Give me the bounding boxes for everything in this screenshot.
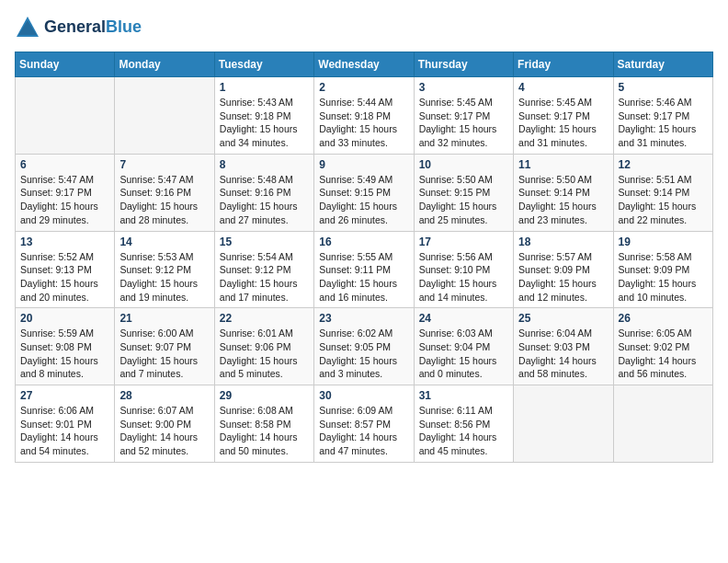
calendar-cell: 6Sunrise: 5:47 AM Sunset: 9:17 PM Daylig… bbox=[16, 154, 115, 231]
day-info: Sunrise: 5:46 AM Sunset: 9:17 PM Dayligh… bbox=[619, 96, 708, 150]
calendar-cell: 2Sunrise: 5:44 AM Sunset: 9:18 PM Daylig… bbox=[314, 77, 414, 155]
calendar-body: 1Sunrise: 5:43 AM Sunset: 9:18 PM Daylig… bbox=[16, 77, 713, 463]
day-number: 28 bbox=[119, 389, 209, 402]
calendar-cell: 11Sunrise: 5:50 AM Sunset: 9:14 PM Dayli… bbox=[514, 154, 613, 231]
day-info: Sunrise: 6:05 AM Sunset: 9:02 PM Dayligh… bbox=[619, 327, 708, 381]
page-header: GeneralBlue bbox=[15, 15, 713, 40]
day-info: Sunrise: 5:47 AM Sunset: 9:17 PM Dayligh… bbox=[20, 173, 109, 227]
day-info: Sunrise: 5:45 AM Sunset: 9:17 PM Dayligh… bbox=[518, 96, 608, 150]
day-info: Sunrise: 5:50 AM Sunset: 9:14 PM Dayligh… bbox=[518, 173, 608, 227]
calendar-cell: 16Sunrise: 5:55 AM Sunset: 9:11 PM Dayli… bbox=[314, 231, 414, 308]
day-info: Sunrise: 6:04 AM Sunset: 9:03 PM Dayligh… bbox=[518, 327, 608, 381]
calendar-week-row: 1Sunrise: 5:43 AM Sunset: 9:18 PM Daylig… bbox=[16, 77, 713, 155]
calendar-cell bbox=[115, 77, 214, 155]
weekday-header: Wednesday bbox=[314, 52, 414, 77]
day-number: 30 bbox=[319, 389, 408, 402]
calendar-cell bbox=[514, 385, 613, 463]
day-number: 14 bbox=[119, 236, 209, 248]
day-number: 4 bbox=[518, 81, 608, 94]
day-info: Sunrise: 5:59 AM Sunset: 9:08 PM Dayligh… bbox=[20, 327, 109, 381]
calendar-cell: 4Sunrise: 5:45 AM Sunset: 9:17 PM Daylig… bbox=[514, 77, 613, 155]
day-info: Sunrise: 6:01 AM Sunset: 9:06 PM Dayligh… bbox=[220, 327, 309, 381]
day-number: 11 bbox=[518, 158, 608, 171]
day-number: 25 bbox=[518, 312, 608, 325]
day-info: Sunrise: 5:48 AM Sunset: 9:16 PM Dayligh… bbox=[220, 173, 309, 227]
day-number: 8 bbox=[220, 158, 309, 171]
calendar-cell: 14Sunrise: 5:53 AM Sunset: 9:12 PM Dayli… bbox=[115, 231, 214, 308]
calendar-week-row: 27Sunrise: 6:06 AM Sunset: 9:01 PM Dayli… bbox=[16, 385, 713, 463]
day-number: 6 bbox=[20, 158, 109, 171]
calendar-week-row: 13Sunrise: 5:52 AM Sunset: 9:13 PM Dayli… bbox=[16, 231, 713, 308]
calendar-cell: 25Sunrise: 6:04 AM Sunset: 9:03 PM Dayli… bbox=[514, 308, 613, 385]
day-number: 9 bbox=[319, 158, 408, 171]
logo-text: GeneralBlue bbox=[44, 18, 142, 37]
calendar-cell: 3Sunrise: 5:45 AM Sunset: 9:17 PM Daylig… bbox=[414, 77, 513, 155]
weekday-header: Thursday bbox=[414, 52, 513, 77]
calendar-cell: 12Sunrise: 5:51 AM Sunset: 9:14 PM Dayli… bbox=[613, 154, 712, 231]
calendar-cell: 30Sunrise: 6:09 AM Sunset: 8:57 PM Dayli… bbox=[314, 385, 414, 463]
day-number: 10 bbox=[419, 158, 508, 171]
calendar-cell: 29Sunrise: 6:08 AM Sunset: 8:58 PM Dayli… bbox=[214, 385, 313, 463]
calendar-header: SundayMondayTuesdayWednesdayThursdayFrid… bbox=[16, 52, 713, 77]
calendar-cell: 13Sunrise: 5:52 AM Sunset: 9:13 PM Dayli… bbox=[16, 231, 115, 308]
day-number: 19 bbox=[619, 236, 708, 248]
day-info: Sunrise: 6:07 AM Sunset: 9:00 PM Dayligh… bbox=[119, 404, 209, 458]
logo-icon bbox=[15, 15, 40, 40]
day-number: 5 bbox=[619, 81, 708, 94]
weekday-header: Saturday bbox=[613, 52, 712, 77]
calendar-cell: 26Sunrise: 6:05 AM Sunset: 9:02 PM Dayli… bbox=[613, 308, 712, 385]
header-row: SundayMondayTuesdayWednesdayThursdayFrid… bbox=[16, 52, 713, 77]
weekday-header: Friday bbox=[514, 52, 613, 77]
calendar-cell: 9Sunrise: 5:49 AM Sunset: 9:15 PM Daylig… bbox=[314, 154, 414, 231]
calendar-cell: 27Sunrise: 6:06 AM Sunset: 9:01 PM Dayli… bbox=[16, 385, 115, 463]
calendar-cell: 28Sunrise: 6:07 AM Sunset: 9:00 PM Dayli… bbox=[115, 385, 214, 463]
calendar-cell: 8Sunrise: 5:48 AM Sunset: 9:16 PM Daylig… bbox=[214, 154, 313, 231]
day-info: Sunrise: 5:55 AM Sunset: 9:11 PM Dayligh… bbox=[319, 250, 408, 304]
calendar-week-row: 20Sunrise: 5:59 AM Sunset: 9:08 PM Dayli… bbox=[16, 308, 713, 385]
day-info: Sunrise: 5:50 AM Sunset: 9:15 PM Dayligh… bbox=[419, 173, 508, 227]
day-info: Sunrise: 5:56 AM Sunset: 9:10 PM Dayligh… bbox=[419, 250, 508, 304]
day-info: Sunrise: 5:58 AM Sunset: 9:09 PM Dayligh… bbox=[619, 250, 708, 304]
calendar-cell: 17Sunrise: 5:56 AM Sunset: 9:10 PM Dayli… bbox=[414, 231, 513, 308]
day-number: 26 bbox=[619, 312, 708, 325]
day-number: 1 bbox=[220, 81, 309, 94]
day-info: Sunrise: 6:06 AM Sunset: 9:01 PM Dayligh… bbox=[20, 404, 109, 458]
day-number: 7 bbox=[119, 158, 209, 171]
day-number: 2 bbox=[319, 81, 408, 94]
day-info: Sunrise: 5:54 AM Sunset: 9:12 PM Dayligh… bbox=[220, 250, 309, 304]
calendar-cell: 21Sunrise: 6:00 AM Sunset: 9:07 PM Dayli… bbox=[115, 308, 214, 385]
calendar-week-row: 6Sunrise: 5:47 AM Sunset: 9:17 PM Daylig… bbox=[16, 154, 713, 231]
calendar-cell bbox=[613, 385, 712, 463]
calendar-cell bbox=[16, 77, 115, 155]
day-info: Sunrise: 5:45 AM Sunset: 9:17 PM Dayligh… bbox=[419, 96, 508, 150]
calendar-cell: 22Sunrise: 6:01 AM Sunset: 9:06 PM Dayli… bbox=[214, 308, 313, 385]
calendar-cell: 23Sunrise: 6:02 AM Sunset: 9:05 PM Dayli… bbox=[314, 308, 414, 385]
day-number: 17 bbox=[419, 236, 508, 248]
day-number: 22 bbox=[220, 312, 309, 325]
calendar-cell: 15Sunrise: 5:54 AM Sunset: 9:12 PM Dayli… bbox=[214, 231, 313, 308]
calendar-cell: 10Sunrise: 5:50 AM Sunset: 9:15 PM Dayli… bbox=[414, 154, 513, 231]
calendar-cell: 1Sunrise: 5:43 AM Sunset: 9:18 PM Daylig… bbox=[214, 77, 313, 155]
weekday-header: Monday bbox=[115, 52, 214, 77]
day-number: 16 bbox=[319, 236, 408, 248]
day-info: Sunrise: 6:09 AM Sunset: 8:57 PM Dayligh… bbox=[319, 404, 408, 458]
calendar-cell: 5Sunrise: 5:46 AM Sunset: 9:17 PM Daylig… bbox=[613, 77, 712, 155]
day-number: 13 bbox=[20, 236, 109, 248]
calendar-table: SundayMondayTuesdayWednesdayThursdayFrid… bbox=[15, 52, 713, 463]
day-info: Sunrise: 6:02 AM Sunset: 9:05 PM Dayligh… bbox=[319, 327, 408, 381]
day-info: Sunrise: 5:44 AM Sunset: 9:18 PM Dayligh… bbox=[319, 96, 408, 150]
calendar-cell: 20Sunrise: 5:59 AM Sunset: 9:08 PM Dayli… bbox=[16, 308, 115, 385]
logo: GeneralBlue bbox=[15, 15, 142, 40]
day-number: 24 bbox=[419, 312, 508, 325]
day-info: Sunrise: 5:47 AM Sunset: 9:16 PM Dayligh… bbox=[119, 173, 209, 227]
day-number: 29 bbox=[220, 389, 309, 402]
day-info: Sunrise: 5:52 AM Sunset: 9:13 PM Dayligh… bbox=[20, 250, 109, 304]
calendar-cell: 7Sunrise: 5:47 AM Sunset: 9:16 PM Daylig… bbox=[115, 154, 214, 231]
day-number: 21 bbox=[119, 312, 209, 325]
day-number: 20 bbox=[20, 312, 109, 325]
day-info: Sunrise: 6:11 AM Sunset: 8:56 PM Dayligh… bbox=[419, 404, 508, 458]
day-number: 15 bbox=[220, 236, 309, 248]
calendar-cell: 19Sunrise: 5:58 AM Sunset: 9:09 PM Dayli… bbox=[613, 231, 712, 308]
svg-marker-1 bbox=[18, 20, 37, 35]
calendar-cell: 18Sunrise: 5:57 AM Sunset: 9:09 PM Dayli… bbox=[514, 231, 613, 308]
